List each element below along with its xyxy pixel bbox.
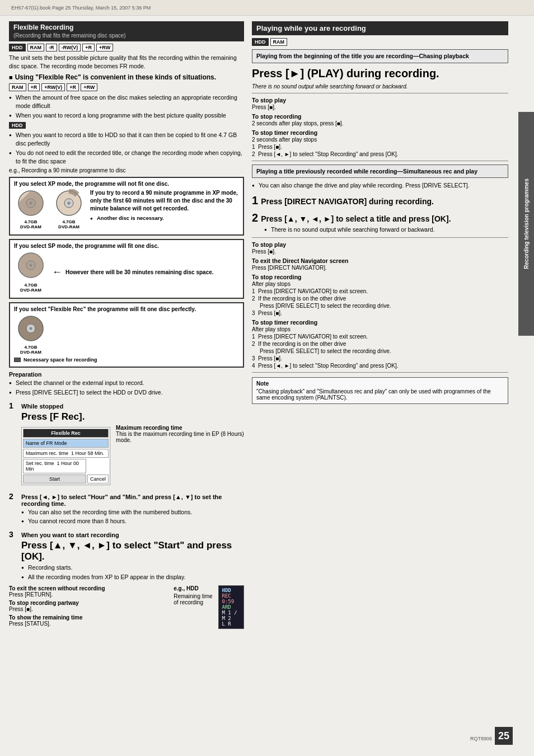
step3-bullet-1: Recording starts. [21, 564, 244, 572]
flexrec-disc-label: 4.7GBDVD-RAM [20, 345, 41, 355]
to-stop-rec2-line4: 3 Press [■]. [252, 310, 508, 316]
step-1-header: 1 While stopped [9, 401, 244, 410]
simul-box-title: Playing a title previously recorded whil… [256, 168, 477, 175]
xp-box-title: If you select XP mode, the programme wil… [14, 181, 239, 187]
sp-mode-box: If you select SP mode, the programme wil… [9, 239, 244, 299]
xp-mode-box: If you select XP mode, the programme wil… [9, 177, 244, 236]
sub-badge-plus-r: +R [67, 83, 79, 91]
to-stop-timer2-line2: 2 If the recording is on the other drive [252, 341, 508, 347]
right-step-2-text: Press [▲, ▼, ◄, ►] to select a title and… [261, 214, 451, 224]
to-stop-timer-line-2: 1 Press [■]. [252, 144, 508, 150]
format-badges: HDD RAM -R -RW(V) +R +RW [9, 44, 244, 51]
divider-3 [252, 237, 508, 238]
exit-screen-text: Press [RETURN]. [9, 591, 53, 598]
sp-disc-area: 4.7GBDVD-RAM ← However there will be 30 … [14, 251, 239, 293]
show-remaining-row: To show the remaining time Press [STATUS… [9, 614, 168, 627]
step2-right-bullet: There is no sound output while searching… [264, 226, 508, 234]
flex-rec-cancel[interactable]: Cancel [87, 475, 109, 483]
sp-box-title: If you select SP mode, the programme wil… [14, 243, 239, 249]
to-exit-nav-label: To exit the Direct Navigator screen [252, 257, 508, 264]
step-1-num: 1 [9, 401, 18, 410]
step-1-big-text: Press [F Rec]. [21, 411, 244, 422]
note-text: "Chasing playback" and "Simultaneous rec… [256, 388, 504, 401]
hdd-inline-badge: HDD [9, 122, 26, 129]
intro-text: The unit sets the best possible picture … [9, 54, 244, 70]
stop-partway-label: To stop recording partway [9, 600, 79, 606]
to-stop-timer2-line3: Press [DRIVE SELECT] to select the recor… [252, 348, 508, 354]
flex-rec-max: Maximum rec. time 1 Hour 58 Min. [23, 449, 109, 458]
flexrec-box-title: If you select "Flexible Rec" the program… [14, 306, 239, 312]
hdd-disp-line5: L R [222, 621, 241, 627]
bottom-right-info: e.g., HDD Remaining time of recording HD… [174, 585, 244, 629]
disc-2: 4.7GBDVD-RAM [52, 189, 86, 229]
hdd-disp-line3: ARD [222, 604, 241, 610]
divider-4 [252, 372, 508, 373]
max-rec-info: Maximum recording time This is the maxim… [116, 425, 244, 443]
step-1-content: Flexible Rec Name of FR Mode Maximum rec… [21, 425, 244, 487]
step-2-header: 2 Press [◄, ►] to select "Hour" and "Min… [9, 492, 244, 507]
show-remaining-label: To show the remaining time [9, 614, 83, 621]
hdd-bullet-1: When you want to record a title to HDD s… [9, 131, 244, 147]
disc-2-label: 4.7GBDVD-RAM [58, 219, 79, 229]
flex-rec-set: Set rec. time 1 Hour 00 Min [23, 459, 86, 473]
section-title: Flexible Recording [13, 24, 73, 31]
disc-svg-2 [55, 189, 83, 217]
hdd-display-box: HDD REC 0:59 ARD M 1 / M 2 L R [218, 585, 244, 629]
hdd-section: HDD When you want to record a title to H… [9, 121, 244, 165]
sub-badge-r: +R [28, 83, 40, 91]
stop-partway-row: To stop recording partway Press [■]. [9, 600, 168, 612]
sp-text: However there will be 30 minutes remaini… [65, 269, 214, 275]
simul-bullet: You can also change the drive and play w… [252, 181, 508, 190]
svg-point-5 [68, 202, 71, 205]
disc-svg-1 [17, 189, 45, 217]
step-3-label2: When you want to start recording [21, 532, 119, 538]
exit-screen-label: To exit the screen without recording [9, 585, 105, 591]
step-1-title: While stopped [21, 403, 63, 410]
chasing-big-text: Press [►] (PLAY) during recording. [252, 67, 508, 80]
right-step-1-text: Press [DIRECT NAVIGATOR] during recordin… [261, 196, 434, 206]
badge-hdd: HDD [9, 44, 26, 51]
sp-disc-label: 4.7GBDVD-RAM [20, 283, 41, 293]
sub-badge-plus-rw: +RW [81, 83, 97, 91]
note-title: Note [256, 381, 504, 387]
right-step-2-content: There is no sound output while searching… [264, 226, 508, 234]
step-2-title: Press [◄, ►] to select "Hour" and "Min."… [21, 494, 244, 507]
hdd-disp-line1: HDD [222, 588, 241, 593]
xp-disc-area: 4.7GBDVD-RAM 4.7GBDVD-RAM If you try to … [14, 189, 239, 229]
main-content: Flexible Recording (Recording that fits … [0, 16, 534, 635]
to-stop-rec2-line1: 1 Press [DIRECT NAVIGATOR] to exit scree… [252, 288, 508, 294]
right-step-2-num: 2 [252, 212, 258, 224]
page-container: EH57-67(G).book Page 25 Thursday, March … [0, 0, 534, 756]
prep-bullet-2: Press [DRIVE SELECT] to select the HDD o… [9, 388, 244, 397]
step3-bullet-2: All the recording modes from XP to EP ap… [21, 573, 244, 581]
to-stop-rec2-line0: After play stops [252, 281, 508, 287]
to-stop-play2-text: Press [■]. [252, 248, 508, 255]
flexrec-mode-box: If you select "Flexible Rec" the program… [9, 302, 244, 368]
to-stop-timer-label: To stop timer recording [252, 129, 508, 136]
top-bar: EH57-67(G).book Page 25 Thursday, March … [0, 0, 534, 16]
step-3: 3 When you want to start recording Press… [9, 530, 244, 581]
sub-format-badges: RAM +R +RW(V) +R +RW [9, 83, 244, 91]
to-stop-rec2-line2: 2 If the recording is on the other drive [252, 295, 508, 302]
rqt-code: RQT8906 [470, 736, 492, 741]
flexrec-disc-svg [17, 314, 45, 342]
legend: Necessary space for recording [14, 357, 239, 363]
to-stop-rec2-line3: Press [DRIVE SELECT] to select the recor… [252, 303, 508, 309]
step-2-content: You can also set the recording time with… [21, 508, 244, 525]
right-badges: HDD RAM [252, 38, 508, 46]
to-exit-nav-text: Press [DIRECT NAVIGATOR]. [252, 265, 508, 271]
badge-ram: RAM [27, 44, 45, 51]
step2-bullet-2: You cannot record more than 8 hours. [21, 517, 244, 525]
xp-disc-text: If you try to record a 90 minute program… [90, 189, 239, 223]
to-stop-timer-line-1: 2 seconds after play stops [252, 137, 508, 143]
flex-rec-start[interactable]: Start [23, 475, 86, 483]
flex-rec-title: Flexible Rec [23, 429, 109, 438]
xp-extra-bullet: Another disc is necessary. [90, 214, 239, 222]
sub-badge-rw: +RW(V) [41, 83, 65, 91]
badge-plus-r: +R [82, 44, 95, 51]
right-step-1: 1 Press [DIRECT NAVIGATOR] during record… [252, 194, 508, 207]
flexrec-disc: 4.7GBDVD-RAM [14, 314, 48, 355]
step-1: 1 While stopped Press [F Rec]. Flexible … [9, 401, 244, 487]
step-3-big: Press [▲, ▼, ◄, ►] to select "Start" and… [21, 540, 244, 562]
legend-label: Necessary space for recording [24, 357, 97, 363]
